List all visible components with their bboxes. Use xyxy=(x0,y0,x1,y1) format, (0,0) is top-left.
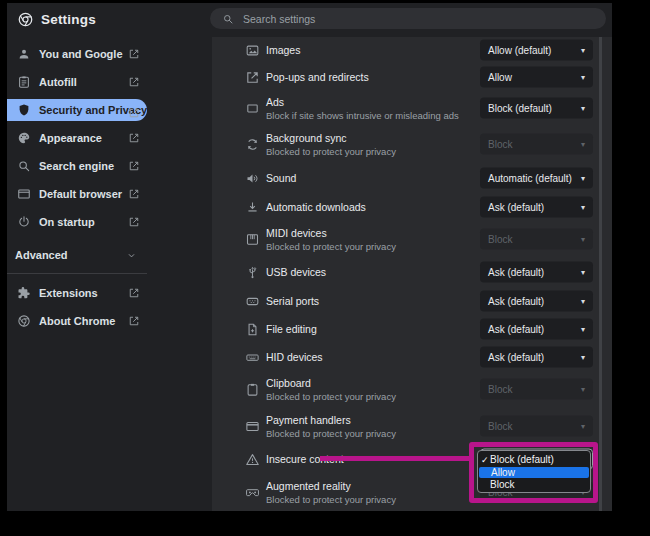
select-value: Ask (default) xyxy=(488,267,544,278)
row-label: Payment handlers xyxy=(266,414,396,426)
dropdown-caret-icon: ▾ xyxy=(581,140,585,149)
select-value: Block (default) xyxy=(488,103,552,114)
chevron-down-icon xyxy=(126,250,137,261)
sidebar-item-search-engine[interactable]: Search engine xyxy=(7,152,212,180)
check-icon: ✓ xyxy=(481,455,490,465)
row-label: MIDI devices xyxy=(266,227,396,239)
search-engine-icon xyxy=(17,159,31,173)
option-label: Block xyxy=(490,479,514,490)
search-placeholder: Search settings xyxy=(243,13,315,25)
row-subtitle: Blocked to protect your privacy xyxy=(266,241,396,252)
row-subtitle: Blocked to protect your privacy xyxy=(266,146,396,157)
dropdown-caret-icon: ▾ xyxy=(581,73,585,82)
midi-icon xyxy=(245,232,260,247)
power-icon xyxy=(17,215,31,229)
sidebar-item-label: Autofill xyxy=(39,76,77,88)
dropdown-caret-icon: ▾ xyxy=(581,353,585,362)
select-value: Block xyxy=(488,139,512,150)
search-input[interactable]: Search settings xyxy=(210,8,606,29)
sidebar-divider xyxy=(7,273,147,274)
sidebar-item-label: Search engine xyxy=(39,160,114,172)
sidebar-item-label: You and Google xyxy=(39,48,123,60)
dropdown-option-block[interactable]: Block xyxy=(478,478,590,491)
settings-window: Settings Search settings You and Google … xyxy=(7,3,612,511)
warning-icon xyxy=(245,452,260,467)
row-label: Pop-ups and redirects xyxy=(266,71,369,83)
page-title: Settings xyxy=(41,3,96,37)
row-ads: Ads Block if site shows intrusive or mis… xyxy=(212,91,612,125)
row-hid-devices: HID devices Ask (default) ▾ xyxy=(212,343,612,371)
permission-select[interactable]: Block (default) ▾ xyxy=(480,98,593,119)
dropdown-option-block-default[interactable]: ✓ Block (default) xyxy=(478,452,590,467)
external-link-icon xyxy=(128,188,140,200)
select-value: Ask (default) xyxy=(488,202,544,213)
sidebar-item-about-chrome[interactable]: About Chrome xyxy=(7,307,212,335)
row-automatic-downloads: Automatic downloads Ask (default) ▾ xyxy=(212,193,612,221)
permission-select[interactable]: Ask (default) ▾ xyxy=(480,197,593,218)
external-link-icon xyxy=(128,48,140,60)
row-subtitle: Blocked to protect your privacy xyxy=(266,391,396,402)
sidebar-item-on-startup[interactable]: On startup xyxy=(7,208,212,236)
sidebar-item-label: Appearance xyxy=(39,132,102,144)
download-icon xyxy=(245,200,260,215)
dropdown-caret-icon: ▾ xyxy=(581,235,585,244)
row-label: Automatic downloads xyxy=(266,201,366,213)
row-background-sync: Background sync Blocked to protect your … xyxy=(212,125,612,163)
row-label: Images xyxy=(266,44,300,56)
row-label: Ads xyxy=(266,96,459,108)
row-usb-devices: USB devices Ask (default) ▾ xyxy=(212,257,612,287)
row-label: File editing xyxy=(266,323,317,335)
sidebar-advanced-toggle[interactable]: Advanced xyxy=(7,241,212,269)
sidebar-item-extensions[interactable]: Extensions xyxy=(7,279,212,307)
ar-icon xyxy=(245,485,260,500)
dropdown-caret-icon: ▾ xyxy=(581,422,585,431)
sidebar-item-appearance[interactable]: Appearance xyxy=(7,124,212,152)
select-value: Block xyxy=(488,421,512,432)
sound-icon xyxy=(245,171,260,186)
dropdown-caret-icon: ▾ xyxy=(581,268,585,277)
dropdown-option-allow[interactable]: Allow xyxy=(479,467,589,478)
option-label: Block (default) xyxy=(490,454,554,465)
settings-sidebar: You and Google Autofill Security and Pri… xyxy=(7,40,212,335)
permission-select[interactable]: Ask (default) ▾ xyxy=(480,347,593,368)
permission-select[interactable]: Allow ▾ xyxy=(480,67,593,88)
permission-select: Block ▾ xyxy=(480,134,593,155)
screenshot-stage: { "window": { "title": "Settings" }, "se… xyxy=(0,0,650,536)
annotation-pointer-line xyxy=(320,456,469,461)
select-value: Ask (default) xyxy=(488,296,544,307)
clipboard-icon xyxy=(245,382,260,397)
select-value: Ask (default) xyxy=(488,352,544,363)
insecure-content-dropdown-menu: ✓ Block (default) Allow Block xyxy=(477,450,591,493)
external-link-icon xyxy=(128,315,140,327)
puzzle-icon xyxy=(17,286,31,300)
permission-select[interactable]: Allow (default) ▾ xyxy=(480,40,593,61)
select-value: Allow (default) xyxy=(488,45,551,56)
row-payment-handlers: Payment handlers Blocked to protect your… xyxy=(212,407,612,445)
row-subtitle: Blocked to protect your privacy xyxy=(266,494,396,505)
row-midi-devices: MIDI devices Blocked to protect your pri… xyxy=(212,221,612,257)
permission-select[interactable]: Ask (default) ▾ xyxy=(480,319,593,340)
dropdown-caret-icon: ▾ xyxy=(581,104,585,113)
sidebar-item-label: Default browser xyxy=(39,188,122,200)
sidebar-main-menu: You and Google Autofill Security and Pri… xyxy=(7,40,212,236)
sidebar-item-you-and-google[interactable]: You and Google xyxy=(7,40,212,68)
dropdown-caret-icon: ▾ xyxy=(581,325,585,334)
permission-select[interactable]: Ask (default) ▾ xyxy=(480,291,593,312)
row-label: USB devices xyxy=(266,266,326,278)
chrome-logo-icon xyxy=(17,11,34,28)
sidebar-item-security-and-privacy[interactable]: Security and Privacy xyxy=(7,99,147,121)
row-sound: Sound Automatic (default) ▾ xyxy=(212,163,612,193)
option-label: Allow xyxy=(491,467,515,478)
autofill-icon xyxy=(17,75,31,89)
permission-select[interactable]: Ask (default) ▾ xyxy=(480,262,593,283)
sidebar-item-autofill[interactable]: Autofill xyxy=(7,68,212,96)
content-scrollbar[interactable] xyxy=(599,37,602,511)
row-clipboard: Clipboard Blocked to protect your privac… xyxy=(212,371,612,407)
sidebar-item-default-browser[interactable]: Default browser xyxy=(7,180,212,208)
permission-select[interactable]: Automatic (default) ▾ xyxy=(480,168,593,189)
security-shield-icon xyxy=(17,103,31,117)
select-value: Allow xyxy=(488,72,512,83)
sidebar-item-label: About Chrome xyxy=(39,315,115,327)
dropdown-caret-icon: ▾ xyxy=(581,174,585,183)
chrome-logo-icon xyxy=(17,314,31,328)
